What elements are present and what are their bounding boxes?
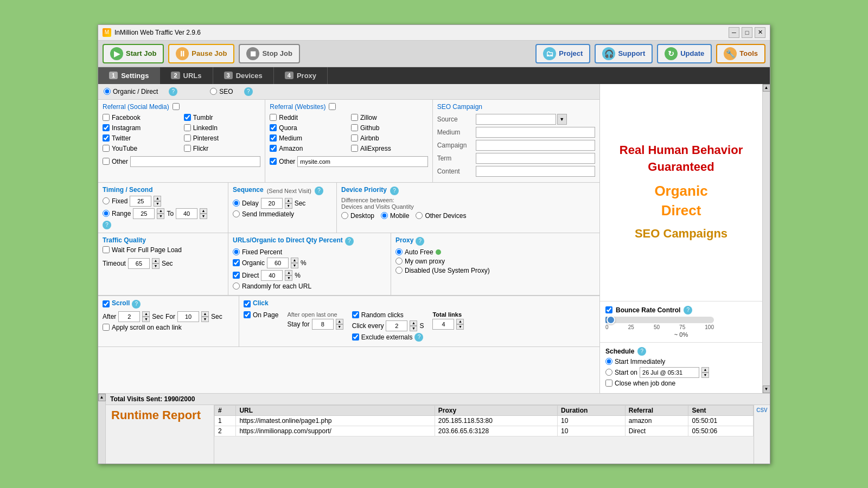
timing-range-to[interactable] [176, 208, 197, 219]
timing-fixed-up[interactable]: ▲ [154, 196, 161, 201]
scroll-apply-check[interactable] [103, 324, 110, 331]
pinterest-check[interactable] [184, 134, 191, 142]
twitter-check[interactable] [103, 134, 110, 142]
zillow-check[interactable] [351, 114, 358, 121]
tab-urls[interactable]: 2 URLs [160, 67, 213, 84]
vertical-scrollbar[interactable]: ▲ ▼ [762, 84, 770, 393]
scroll-help-icon[interactable]: ? [132, 300, 141, 309]
stop-job-button[interactable]: ⏹ Stop Job [239, 44, 300, 63]
stay-for-value[interactable] [312, 319, 334, 330]
organic-up[interactable]: ▲ [291, 258, 298, 263]
sequence-delay-radio[interactable] [233, 200, 240, 207]
linkedin-check[interactable] [184, 124, 191, 131]
click-every-up[interactable]: ▲ [410, 320, 417, 326]
other-devices-radio[interactable] [416, 212, 423, 219]
click-every-value[interactable] [386, 320, 407, 331]
scroll-enable-check[interactable] [103, 300, 110, 307]
schedule-down[interactable]: ▼ [701, 373, 709, 378]
social-other-check[interactable] [103, 158, 110, 165]
scroll-down-arrow[interactable]: ▼ [763, 386, 770, 393]
bounce-rate-check[interactable] [605, 306, 612, 313]
schedule-start-on-radio[interactable] [605, 369, 612, 376]
seo-campaign-input[interactable] [476, 140, 595, 151]
start-job-button[interactable]: ▶ Start Job [103, 44, 164, 63]
youtube-check[interactable] [103, 145, 110, 152]
organic-qty-value[interactable] [267, 258, 289, 268]
maximize-button[interactable]: □ [742, 27, 752, 38]
timeout-up[interactable]: ▲ [152, 258, 159, 264]
click-enable-check[interactable] [244, 300, 251, 307]
proxy-help-icon[interactable]: ? [416, 237, 424, 246]
timing-range-to-up[interactable]: ▲ [200, 208, 207, 214]
proxy-disabled-radio[interactable] [395, 267, 403, 274]
total-links-down[interactable]: ▼ [456, 324, 464, 330]
medium-check[interactable] [270, 134, 277, 142]
urls-qty-help-icon[interactable]: ? [345, 237, 354, 246]
timing-fixed-radio[interactable] [103, 197, 110, 204]
timeout-down[interactable]: ▼ [152, 264, 159, 269]
organic-direct-radio[interactable]: Organic / Direct [104, 88, 158, 95]
scroll-after-up[interactable]: ▲ [142, 311, 150, 317]
quora-check[interactable] [270, 124, 277, 131]
scroll-for-down[interactable]: ▼ [201, 317, 209, 322]
exclude-externals-check[interactable] [352, 333, 359, 341]
total-links-up[interactable]: ▲ [456, 319, 464, 324]
tab-proxy[interactable]: 4 Proxy [274, 67, 328, 84]
schedule-immediate-radio[interactable] [605, 358, 612, 365]
timing-range-from[interactable] [133, 208, 155, 219]
fixed-percent-radio[interactable] [233, 248, 240, 255]
random-each-url-radio[interactable] [233, 282, 240, 290]
schedule-up[interactable]: ▲ [701, 367, 709, 373]
tumblr-check[interactable] [184, 114, 191, 121]
flickr-check[interactable] [184, 145, 191, 152]
airbnb-check[interactable] [351, 134, 358, 142]
organic-qty-check[interactable] [233, 259, 240, 266]
sequence-immediate-radio[interactable] [233, 210, 240, 217]
pause-job-button[interactable]: ⏸ Pause Job [168, 44, 234, 63]
support-button[interactable]: 🎧 Support [595, 44, 653, 63]
timing-fixed-value[interactable] [130, 196, 151, 207]
proxy-own-radio[interactable] [395, 258, 403, 265]
seo-source-dropdown[interactable]: ▼ [557, 114, 567, 125]
mobile-radio[interactable] [381, 212, 388, 219]
seq-delay-up[interactable]: ▲ [285, 198, 292, 203]
github-check[interactable] [351, 124, 358, 131]
seo-help-icon[interactable]: ? [244, 87, 253, 96]
direct-qty-value[interactable] [261, 270, 283, 281]
seo-radio[interactable]: SEO [210, 88, 233, 95]
schedule-help-icon[interactable]: ? [637, 347, 646, 356]
random-clicks-check[interactable] [352, 311, 359, 318]
timing-range-to-down[interactable]: ▼ [200, 214, 207, 219]
aliexpress-check[interactable] [351, 145, 358, 152]
direct-qty-check[interactable] [233, 272, 240, 279]
scroll-for-value[interactable] [177, 311, 199, 322]
project-button[interactable]: 🗂 Project [535, 44, 590, 63]
scroll-left-up[interactable]: ▲ [98, 394, 106, 401]
bounce-rate-slider[interactable] [605, 317, 714, 323]
social-other-input[interactable] [130, 156, 260, 167]
sequence-help-icon[interactable]: ? [315, 187, 323, 195]
tab-devices[interactable]: 3 Devices [213, 67, 274, 84]
organic-direct-input[interactable] [104, 88, 111, 95]
stay-for-up[interactable]: ▲ [336, 319, 343, 324]
desktop-radio[interactable] [341, 212, 348, 219]
seq-delay-down[interactable]: ▼ [285, 203, 292, 209]
timing-range-radio[interactable] [103, 210, 110, 217]
minimize-button[interactable]: ─ [729, 27, 739, 38]
seo-term-input[interactable] [476, 153, 595, 164]
timing-range-from-up[interactable]: ▲ [157, 208, 164, 214]
amazon-check[interactable] [270, 145, 277, 152]
organic-down[interactable]: ▼ [291, 263, 298, 268]
timing-range-from-down[interactable]: ▼ [157, 214, 164, 219]
click-every-down[interactable]: ▼ [410, 326, 417, 331]
schedule-start-on-value[interactable] [640, 367, 699, 378]
bounce-rate-help-icon[interactable]: ? [684, 306, 692, 314]
total-links-value[interactable] [432, 319, 454, 330]
exclude-help-icon[interactable]: ? [414, 333, 423, 342]
instagram-check[interactable] [103, 124, 110, 131]
seo-content-input[interactable] [476, 166, 595, 177]
seo-source-input[interactable] [476, 114, 556, 125]
referral-social-master-check[interactable] [173, 103, 180, 110]
bounce-rate-thumb[interactable] [607, 316, 615, 324]
seo-medium-input[interactable] [476, 127, 595, 138]
